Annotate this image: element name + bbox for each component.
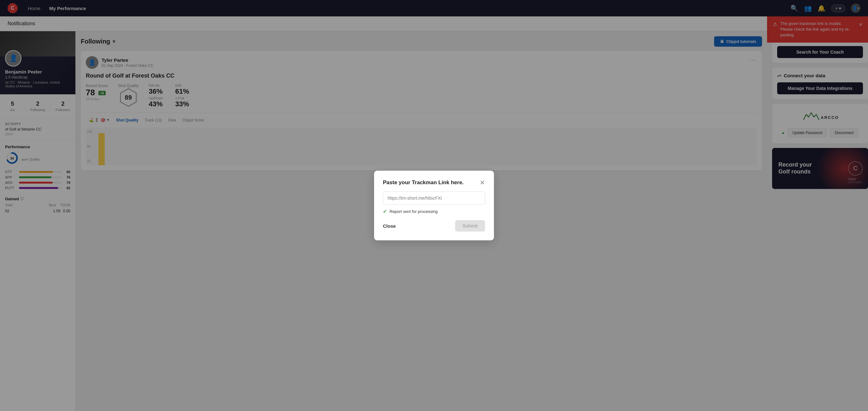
modal-submit-button[interactable]: Submit — [455, 220, 485, 231]
trackman-link-input[interactable] — [383, 191, 485, 205]
modal-header: Paste your Trackman Link here. ✕ — [383, 180, 485, 186]
success-check-icon: ✔ — [383, 209, 387, 215]
modal-title: Paste your Trackman Link here. — [383, 180, 464, 186]
success-text: Report sent for processing — [390, 209, 437, 214]
trackman-modal: Paste your Trackman Link here. ✕ ✔ Repor… — [374, 171, 494, 240]
modal-close-button[interactable]: Close — [383, 221, 396, 231]
modal-success-message: ✔ Report sent for processing — [383, 209, 485, 215]
modal-overlay[interactable]: Paste your Trackman Link here. ✕ ✔ Repor… — [0, 0, 868, 411]
modal-footer: Close Submit — [383, 220, 485, 231]
modal-close-icon[interactable]: ✕ — [480, 180, 485, 186]
